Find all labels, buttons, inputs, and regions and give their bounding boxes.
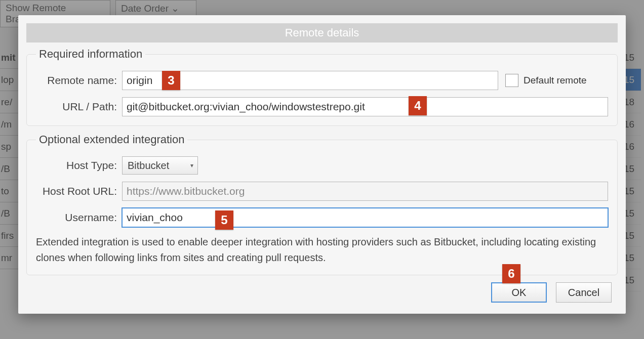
callout-3: 3 [162, 71, 180, 90]
extended-integration-description: Extended integration is used to enable d… [36, 234, 608, 266]
remote-name-row: Remote name: Default remote [36, 71, 608, 90]
host-type-select[interactable]: Bitbucket ▾ [122, 156, 198, 175]
host-type-value: Bitbucket [128, 160, 169, 172]
optional-integration-legend: Optional extended integration [36, 133, 187, 146]
remote-details-dialog: Remote details Required information Remo… [18, 15, 626, 314]
cancel-button[interactable]: Cancel [556, 282, 612, 303]
default-remote-checkbox[interactable] [505, 74, 518, 87]
chevron-down-icon: ▾ [190, 162, 193, 169]
required-info-legend: Required information [36, 48, 145, 61]
username-label: Username: [36, 211, 117, 224]
callout-6: 6 [502, 264, 520, 283]
username-row: Username: [36, 208, 608, 227]
required-info-group: Required information Remote name: Defaul… [26, 48, 618, 126]
callout-5: 5 [215, 210, 233, 230]
username-input[interactable] [122, 208, 608, 227]
url-path-row: URL / Path: [36, 97, 608, 116]
optional-integration-group: Optional extended integration Host Type:… [26, 133, 618, 275]
default-remote-wrap: Default remote [505, 74, 587, 87]
callout-4: 4 [409, 96, 427, 115]
dialog-title: Remote details [26, 23, 618, 43]
url-path-input[interactable] [122, 97, 608, 116]
ok-button[interactable]: OK [491, 282, 547, 303]
remote-name-label: Remote name: [36, 74, 117, 87]
host-root-url-input[interactable] [122, 182, 608, 201]
url-path-label: URL / Path: [36, 101, 117, 113]
host-type-row: Host Type: Bitbucket ▾ [36, 156, 608, 175]
default-remote-label: Default remote [524, 75, 587, 86]
host-root-url-row: Host Root URL: [36, 182, 608, 201]
host-root-url-label: Host Root URL: [36, 185, 117, 197]
dialog-button-row: OK Cancel [18, 282, 626, 305]
host-type-label: Host Type: [36, 159, 117, 172]
